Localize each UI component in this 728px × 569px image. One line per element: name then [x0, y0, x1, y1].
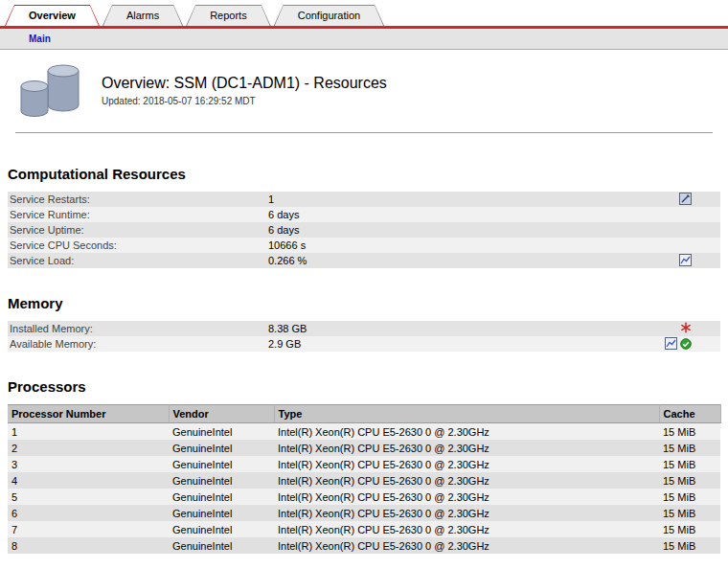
table-row: 2GenuineIntelIntel(R) Xeon(R) CPU E5-263…: [8, 440, 720, 456]
storage-cylinders-icon: [15, 61, 86, 123]
attribute-label: Service Load:: [8, 255, 74, 266]
chart-icon[interactable]: [665, 337, 677, 350]
table-cell: Intel(R) Xeon(R) CPU E5-2630 0 @ 2.30GHz: [274, 423, 659, 441]
table-cell: 15 MiB: [659, 489, 720, 505]
chart-icon[interactable]: [679, 254, 692, 266]
table-cell: GenuineIntel: [169, 505, 274, 521]
attribute-row: Installed Memory:8.38 GB: [8, 321, 720, 336]
memory-rows: Installed Memory:8.38 GBAvailable Memory…: [8, 321, 720, 352]
table-cell: 15 MiB: [659, 423, 720, 441]
table-cell: 8: [8, 537, 169, 554]
table-cell: 3: [8, 456, 169, 472]
attribute-icons: [665, 337, 692, 350]
tab-alarms[interactable]: Alarms: [102, 5, 183, 26]
edit-chart-icon[interactable]: [679, 193, 692, 205]
attribute-value: 1: [268, 192, 274, 207]
table-cell: GenuineIntel: [169, 440, 274, 456]
table-cell: GenuineIntel: [169, 456, 274, 472]
tab-configuration[interactable]: Configuration: [274, 5, 384, 26]
processors-table: Processor NumberVendorTypeCache 1Genuine…: [8, 404, 721, 554]
attribute-label: Service Runtime:: [8, 209, 90, 220]
table-row: 4GenuineIntelIntel(R) Xeon(R) CPU E5-263…: [8, 472, 720, 489]
page-updated-timestamp: Updated: 2018-05-07 16:29:52 MDT: [102, 96, 387, 106]
table-cell: Intel(R) Xeon(R) CPU E5-2630 0 @ 2.30GHz: [274, 521, 659, 537]
page-title: Overview: SSM (DC1-ADM1) - Resources: [102, 75, 387, 92]
attribute-value: 2.9 GB: [268, 336, 301, 352]
tab-alarms-label: Alarms: [103, 6, 182, 26]
table-row: 7GenuineIntelIntel(R) Xeon(R) CPU E5-263…: [8, 521, 720, 537]
table-cell: Intel(R) Xeon(R) CPU E5-2630 0 @ 2.30GHz: [274, 505, 659, 521]
table-row: 6GenuineIntelIntel(R) Xeon(R) CPU E5-263…: [8, 505, 720, 521]
column-header: Vendor: [169, 405, 274, 423]
tab-reports[interactable]: Reports: [186, 5, 271, 26]
table-cell: 6: [8, 505, 169, 521]
table-cell: Intel(R) Xeon(R) CPU E5-2630 0 @ 2.30GHz: [274, 537, 659, 554]
table-row: 3GenuineIntelIntel(R) Xeon(R) CPU E5-263…: [8, 456, 720, 472]
table-cell: 15 MiB: [659, 472, 720, 489]
alarm-indicator-icon: [680, 322, 692, 333]
table-cell: Intel(R) Xeon(R) CPU E5-2630 0 @ 2.30GHz: [274, 472, 659, 489]
attribute-label: Service Restarts:: [8, 193, 90, 205]
attribute-value: 0.266 %: [268, 253, 307, 268]
table-cell: 15 MiB: [659, 440, 720, 456]
table-cell: 15 MiB: [659, 505, 720, 521]
table-row: 5GenuineIntelIntel(R) Xeon(R) CPU E5-263…: [8, 489, 720, 505]
tab-reports-label: Reports: [187, 6, 270, 26]
table-cell: GenuineIntel: [169, 423, 274, 441]
attribute-label: Available Memory:: [8, 338, 96, 350]
attribute-value: 10666 s: [268, 238, 306, 253]
attribute-label: Service Uptime:: [8, 224, 84, 236]
attribute-row: Service Uptime:6 days: [8, 222, 720, 238]
table-cell: GenuineIntel: [169, 537, 274, 554]
attribute-value: 8.38 GB: [268, 321, 307, 336]
processors-table-header-row: Processor NumberVendorTypeCache: [8, 405, 720, 423]
table-cell: GenuineIntel: [169, 489, 274, 505]
table-cell: 4: [8, 472, 169, 489]
attribute-icons: [680, 322, 692, 333]
tab-configuration-label: Configuration: [275, 6, 383, 26]
table-cell: GenuineIntel: [169, 521, 274, 537]
table-cell: Intel(R) Xeon(R) CPU E5-2630 0 @ 2.30GHz: [274, 440, 659, 456]
table-cell: 2: [8, 440, 169, 456]
table-cell: 15 MiB: [659, 521, 720, 537]
attribute-value: 6 days: [268, 207, 299, 222]
main-link[interactable]: Main: [29, 34, 51, 44]
attribute-row: Service Restarts:1: [8, 192, 720, 207]
status-ok-icon: [680, 338, 692, 350]
table-cell: Intel(R) Xeon(R) CPU E5-2630 0 @ 2.30GHz: [274, 456, 659, 472]
table-cell: 5: [8, 489, 169, 505]
column-header: Processor Number: [8, 405, 169, 423]
page-header: Overview: SSM (DC1-ADM1) - Resources Upd…: [15, 50, 713, 133]
attribute-icons: [679, 193, 692, 205]
section-heading-memory: Memory: [8, 295, 720, 311]
table-cell: 1: [8, 423, 169, 441]
table-cell: GenuineIntel: [169, 472, 274, 489]
section-heading-processors: Processors: [8, 378, 720, 395]
attribute-label: Installed Memory:: [8, 323, 93, 334]
attribute-row: Service Runtime:6 days: [8, 207, 720, 222]
table-cell: 7: [8, 521, 169, 537]
tab-overview-label: Overview: [6, 6, 99, 26]
table-row: 1GenuineIntelIntel(R) Xeon(R) CPU E5-263…: [8, 423, 720, 441]
attribute-row: Service CPU Seconds:10666 s: [8, 238, 720, 253]
table-cell: 15 MiB: [659, 456, 720, 472]
computational-rows: Service Restarts:1Service Runtime:6 days…: [8, 192, 720, 268]
table-cell: Intel(R) Xeon(R) CPU E5-2630 0 @ 2.30GHz: [274, 489, 659, 505]
menu-bar: Main: [0, 29, 728, 50]
table-cell: 15 MiB: [659, 537, 720, 554]
attribute-row: Service Load:0.266 %: [8, 253, 720, 268]
column-header: Cache: [659, 405, 720, 423]
tab-bar: Overview Alarms Reports Configuration: [0, 0, 728, 29]
attribute-value: 6 days: [268, 222, 299, 238]
attribute-icons: [679, 254, 692, 266]
section-heading-computational: Computational Resources: [8, 166, 720, 182]
column-header: Type: [274, 405, 659, 423]
attribute-row: Available Memory:2.9 GB: [8, 336, 720, 352]
table-row: 8GenuineIntelIntel(R) Xeon(R) CPU E5-263…: [8, 537, 720, 554]
attribute-label: Service CPU Seconds:: [8, 239, 117, 251]
tab-overview[interactable]: Overview: [5, 5, 100, 26]
